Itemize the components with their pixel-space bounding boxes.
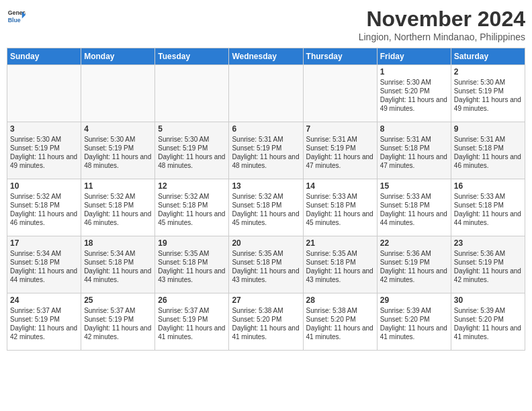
calendar-week-row: 24Sunrise: 5:37 AMSunset: 5:19 PMDayligh… [7,293,525,351]
day-info: Sunrise: 5:33 AM [306,192,374,201]
day-info: Sunset: 5:19 PM [10,315,78,324]
day-info: Sunrise: 5:30 AM [10,135,78,144]
day-info: Daylight: 11 hours and 48 minutes. [84,152,152,170]
day-info: Daylight: 11 hours and 41 minutes. [380,324,448,341]
calendar-cell: 8Sunrise: 5:31 AMSunset: 5:18 PMDaylight… [377,122,451,179]
calendar-week-row: 10Sunrise: 5:32 AMSunset: 5:18 PMDayligh… [7,179,525,236]
day-info: Sunset: 5:18 PM [232,258,300,267]
page-header: General Blue November 2024 Lingion, Nort… [7,7,525,42]
day-info: Sunrise: 5:31 AM [306,135,374,144]
day-number: 9 [454,124,522,134]
day-number: 22 [380,238,448,248]
col-header-thursday: Thursday [303,48,377,65]
calendar-cell: 25Sunrise: 5:37 AMSunset: 5:19 PMDayligh… [81,293,155,351]
day-info: Sunrise: 5:37 AM [84,306,152,315]
calendar-cell: 4Sunrise: 5:30 AMSunset: 5:19 PMDaylight… [81,122,155,179]
calendar-cell: 24Sunrise: 5:37 AMSunset: 5:19 PMDayligh… [7,293,81,351]
day-number: 26 [158,295,226,305]
day-info: Sunset: 5:19 PM [158,144,226,152]
day-info: Sunset: 5:19 PM [454,258,522,267]
day-number: 23 [454,238,522,248]
day-info: Sunrise: 5:32 AM [84,192,152,201]
day-info: Sunrise: 5:31 AM [232,135,300,144]
calendar-cell: 7Sunrise: 5:31 AMSunset: 5:19 PMDaylight… [303,122,377,179]
col-header-friday: Friday [377,48,451,65]
calendar-cell: 21Sunrise: 5:35 AMSunset: 5:18 PMDayligh… [303,236,377,293]
day-info: Daylight: 11 hours and 49 minutes. [380,95,448,113]
calendar-week-row: 17Sunrise: 5:34 AMSunset: 5:18 PMDayligh… [7,236,525,293]
day-number: 3 [10,124,78,134]
day-number: 25 [84,295,152,305]
calendar-cell: 13Sunrise: 5:32 AMSunset: 5:18 PMDayligh… [229,179,303,236]
day-info: Sunset: 5:20 PM [380,87,448,95]
day-info: Sunrise: 5:35 AM [158,249,226,258]
calendar-cell: 3Sunrise: 5:30 AMSunset: 5:19 PMDaylight… [7,122,81,179]
calendar-cell: 2Sunrise: 5:30 AMSunset: 5:19 PMDaylight… [451,65,525,122]
day-info: Sunset: 5:19 PM [10,144,78,152]
calendar-cell [229,65,303,122]
day-number: 21 [306,238,374,248]
day-info: Daylight: 11 hours and 45 minutes. [232,210,300,227]
day-info: Sunrise: 5:39 AM [380,306,448,315]
day-info: Sunrise: 5:31 AM [454,135,522,144]
day-info: Daylight: 11 hours and 42 minutes. [10,324,78,341]
day-info: Sunrise: 5:33 AM [454,192,522,201]
day-info: Sunset: 5:19 PM [84,315,152,324]
day-info: Sunset: 5:18 PM [380,144,448,152]
calendar-cell: 16Sunrise: 5:33 AMSunset: 5:18 PMDayligh… [451,179,525,236]
day-info: Sunrise: 5:38 AM [232,306,300,315]
title-block: November 2024 Lingion, Northern Mindanao… [359,7,525,42]
day-info: Daylight: 11 hours and 41 minutes. [306,324,374,341]
day-info: Daylight: 11 hours and 48 minutes. [232,152,300,170]
day-number: 13 [232,181,300,191]
col-header-saturday: Saturday [451,48,525,65]
calendar-cell: 29Sunrise: 5:39 AMSunset: 5:20 PMDayligh… [377,293,451,351]
calendar-cell: 6Sunrise: 5:31 AMSunset: 5:19 PMDaylight… [229,122,303,179]
day-info: Sunset: 5:18 PM [158,258,226,267]
col-header-tuesday: Tuesday [155,48,229,65]
day-number: 4 [84,124,152,134]
calendar-cell [303,65,377,122]
calendar-cell: 9Sunrise: 5:31 AMSunset: 5:18 PMDaylight… [451,122,525,179]
day-info: Sunset: 5:20 PM [232,315,300,324]
calendar-cell: 5Sunrise: 5:30 AMSunset: 5:19 PMDaylight… [155,122,229,179]
day-info: Sunset: 5:18 PM [454,201,522,210]
day-info: Daylight: 11 hours and 44 minutes. [380,210,448,227]
day-info: Sunset: 5:19 PM [232,144,300,152]
day-info: Daylight: 11 hours and 43 minutes. [158,267,226,284]
day-info: Daylight: 11 hours and 49 minutes. [10,152,78,170]
day-info: Sunrise: 5:32 AM [10,192,78,201]
day-info: Sunset: 5:18 PM [232,201,300,210]
day-number: 10 [10,181,78,191]
calendar-cell: 28Sunrise: 5:38 AMSunset: 5:20 PMDayligh… [303,293,377,351]
day-info: Sunset: 5:20 PM [454,315,522,324]
calendar-cell [7,65,81,122]
calendar-cell: 12Sunrise: 5:32 AMSunset: 5:18 PMDayligh… [155,179,229,236]
day-info: Sunset: 5:18 PM [306,258,374,267]
day-number: 19 [158,238,226,248]
calendar-cell: 20Sunrise: 5:35 AMSunset: 5:18 PMDayligh… [229,236,303,293]
day-number: 18 [84,238,152,248]
day-info: Daylight: 11 hours and 46 minutes. [454,152,522,170]
day-info: Sunrise: 5:33 AM [380,192,448,201]
calendar-cell [155,65,229,122]
day-number: 5 [158,124,226,134]
calendar-cell: 10Sunrise: 5:32 AMSunset: 5:18 PMDayligh… [7,179,81,236]
day-info: Daylight: 11 hours and 41 minutes. [454,324,522,341]
day-info: Sunrise: 5:37 AM [10,306,78,315]
day-info: Sunrise: 5:34 AM [84,249,152,258]
day-info: Sunset: 5:19 PM [84,144,152,152]
day-info: Daylight: 11 hours and 45 minutes. [158,210,226,227]
day-info: Daylight: 11 hours and 49 minutes. [454,95,522,113]
day-info: Sunset: 5:20 PM [306,315,374,324]
day-info: Sunrise: 5:34 AM [10,249,78,258]
day-info: Sunrise: 5:32 AM [158,192,226,201]
day-info: Sunset: 5:18 PM [380,201,448,210]
day-info: Daylight: 11 hours and 43 minutes. [232,267,300,284]
day-number: 1 [380,67,448,77]
col-header-monday: Monday [81,48,155,65]
day-info: Sunset: 5:20 PM [380,315,448,324]
logo-icon: General Blue [7,7,26,26]
day-info: Daylight: 11 hours and 41 minutes. [232,324,300,341]
day-number: 8 [380,124,448,134]
